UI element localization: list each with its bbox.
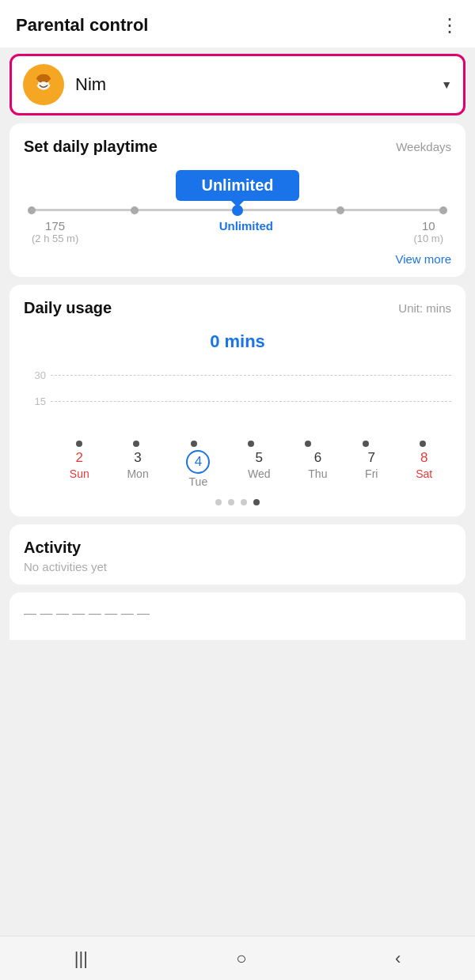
- activity-empty: No activities yet: [24, 560, 451, 573]
- view-more-link[interactable]: View more: [395, 252, 451, 266]
- partial-card-text: — — — — — — — —: [24, 607, 150, 620]
- day-name-sun: Sun: [70, 467, 89, 480]
- day-fri[interactable]: 7 Fri: [365, 450, 378, 488]
- grid-line-15: 15: [24, 395, 451, 407]
- usage-value: 0 mins: [24, 331, 451, 352]
- day-number-wed: 5: [256, 450, 263, 466]
- slider-dot-1: [131, 206, 139, 214]
- day-name-fri: Fri: [365, 467, 378, 480]
- svg-point-6: [34, 79, 39, 85]
- chart-dot-2: [191, 441, 197, 447]
- slider-track-row: [24, 209, 451, 211]
- nav-recents-icon[interactable]: |||: [74, 948, 88, 969]
- day-name-wed: Wed: [248, 467, 271, 480]
- chart-area: 30 15 2 Sun 3 Mon: [24, 363, 451, 488]
- page-dot-0[interactable]: [215, 499, 222, 505]
- chart-grid: 30 15: [24, 363, 451, 434]
- slider-label-main-0: 175: [45, 219, 65, 233]
- slider-label-4: 10 (10 m): [413, 219, 443, 244]
- grid-dash-30: [51, 375, 451, 376]
- profile-selector[interactable]: Nim ▼: [10, 54, 466, 115]
- page-title: Parental control: [16, 15, 148, 36]
- day-name-sat: Sat: [416, 467, 432, 480]
- page-dot-2[interactable]: [241, 499, 247, 505]
- grid-line-30: 30: [24, 369, 451, 381]
- page-dot-1[interactable]: [228, 499, 234, 505]
- day-number-thu: 6: [314, 450, 321, 466]
- slider-dot-3: [336, 206, 344, 214]
- usage-title: Daily usage: [24, 299, 112, 317]
- slider-dot-2: [232, 205, 243, 216]
- view-more-row: View more: [24, 252, 451, 266]
- activity-card: Activity No activities yet: [10, 524, 466, 585]
- day-number-fri: 7: [368, 450, 375, 466]
- slider-dot-0: [28, 206, 36, 214]
- day-sat[interactable]: 8 Sat: [416, 450, 432, 488]
- slider-label-0: 175 (2 h 55 m): [32, 219, 78, 244]
- bottom-nav: ||| ○ ‹: [0, 936, 475, 980]
- profile-name: Nim: [75, 74, 441, 95]
- day-number-mon: 3: [134, 450, 141, 466]
- slider-label-main-4: 10: [422, 219, 435, 233]
- chart-dot-5: [363, 441, 369, 447]
- chart-dot-0: [76, 441, 82, 447]
- day-mon[interactable]: 3 Mon: [127, 450, 148, 488]
- svg-point-7: [49, 79, 54, 85]
- activity-title: Activity: [24, 539, 451, 557]
- usage-card-header: Daily usage Unit: mins: [24, 299, 451, 317]
- partial-card: — — — — — — — —: [10, 592, 466, 640]
- chart-dot-4: [305, 441, 311, 447]
- slider-label-2: Unlimited: [219, 219, 273, 244]
- day-sun[interactable]: 2 Sun: [70, 450, 89, 488]
- playtime-subtitle: Weekdays: [396, 140, 451, 153]
- chart-dots-row: [24, 441, 451, 447]
- more-options-icon[interactable]: ⋮: [440, 14, 459, 36]
- slider-label-sub-0: (2 h 55 m): [32, 233, 78, 244]
- playtime-slider[interactable]: Unlimited 175 (2 h 55 m) Unlimited 10 (: [24, 170, 451, 244]
- usage-unit: Unit: mins: [398, 301, 451, 315]
- avatar: [23, 64, 64, 105]
- day-name-thu: Thu: [308, 467, 327, 480]
- days-row: 2 Sun 3 Mon 4 Tue 5 Wed 6 Thu 7 Fri: [24, 450, 451, 488]
- day-thu[interactable]: 6 Thu: [308, 450, 327, 488]
- playtime-card-header: Set daily playtime Weekdays: [24, 138, 451, 156]
- usage-card: Daily usage Unit: mins 0 mins 30 15: [10, 285, 466, 516]
- day-name-tue: Tue: [189, 475, 208, 488]
- slider-tooltip: Unlimited: [176, 170, 298, 201]
- grid-label-30: 30: [24, 369, 46, 381]
- chart-dot-6: [420, 441, 426, 447]
- slider-track[interactable]: [32, 209, 443, 211]
- page-dot-3[interactable]: [253, 499, 260, 505]
- playtime-card: Set daily playtime Weekdays Unlimited 17…: [10, 123, 466, 277]
- slider-label-sub-4: (10 m): [413, 233, 443, 244]
- nav-home-icon[interactable]: ○: [236, 948, 246, 969]
- chevron-down-icon[interactable]: ▼: [441, 78, 452, 91]
- day-wed[interactable]: 5 Wed: [248, 450, 271, 488]
- slider-labels: 175 (2 h 55 m) Unlimited 10 (10 m): [24, 214, 451, 244]
- nav-back-icon[interactable]: ‹: [395, 948, 401, 969]
- grid-label-15: 15: [24, 395, 46, 407]
- day-number-sun: 2: [76, 450, 83, 466]
- day-number-tue: 4: [186, 450, 210, 474]
- chart-dot-3: [248, 441, 254, 447]
- day-tue[interactable]: 4 Tue: [186, 450, 210, 488]
- day-number-sat: 8: [420, 450, 428, 466]
- day-name-mon: Mon: [127, 467, 148, 480]
- grid-dash-15: [51, 401, 451, 402]
- pagination-dots: [24, 499, 451, 505]
- header: Parental control ⋮: [0, 0, 475, 47]
- chart-dot-1: [133, 441, 139, 447]
- slider-dot-4: [439, 206, 447, 214]
- slider-label-main-2: Unlimited: [219, 219, 273, 233]
- playtime-title: Set daily playtime: [24, 138, 158, 156]
